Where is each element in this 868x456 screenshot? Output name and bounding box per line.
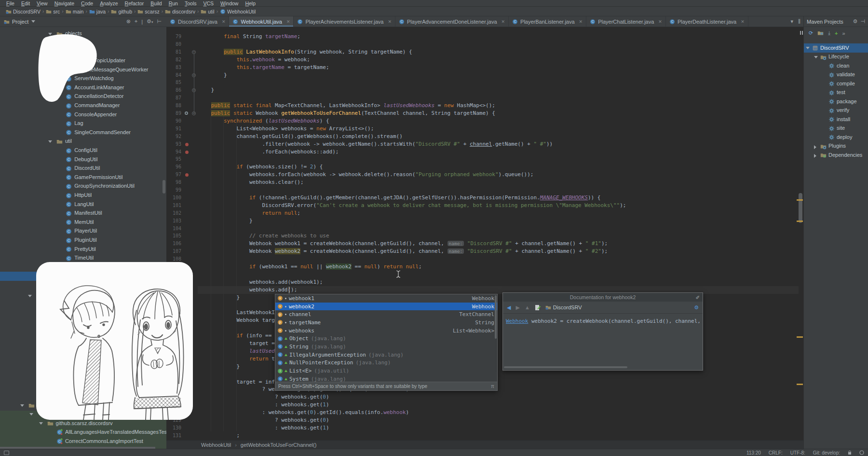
maven-item-install[interactable]: install (804, 115, 868, 124)
breadcrumb-item-webhookutil[interactable]: CWebhookUtil (220, 9, 256, 14)
tree-arrow-icon[interactable] (814, 145, 816, 149)
completion-item-targetName[interactable]: ptargetNameString (275, 318, 497, 327)
indicator-icon[interactable] (859, 450, 864, 455)
tab-close-icon[interactable]: ✕ (286, 19, 290, 24)
gutter-warning-icon[interactable] (185, 151, 189, 154)
tree-item-GamePermissionUtil[interactable]: CGamePermissionUtil (0, 173, 166, 182)
tree-item-ConsoleAppender[interactable]: CConsoleAppender (0, 110, 166, 119)
maven-collapse-icon[interactable] (817, 30, 824, 36)
maven-item-clean[interactable]: clean (804, 61, 868, 70)
tree-item-AllLanguagesHaveTranslatedMessagesTest[interactable]: CAllLanguagesHaveTranslatedMessagesTest (0, 428, 166, 437)
menu-navigate[interactable]: Navigate (51, 0, 78, 6)
tab-PlayerAdvancementDoneListener.java[interactable]: CPlayerAdvancementDoneListener.java✕ (395, 16, 509, 27)
maven-item-validate[interactable]: validate (804, 70, 868, 80)
tree-item-util[interactable]: util (0, 137, 166, 146)
tree-arrow-icon[interactable] (814, 154, 816, 158)
maven-item-verify[interactable]: verify (804, 106, 868, 115)
tree-arrow-icon[interactable] (806, 47, 810, 49)
chevron-down-icon[interactable] (31, 20, 35, 23)
maven-add-icon[interactable]: + (835, 30, 838, 36)
maven-gear-icon[interactable]: ⚙ (853, 18, 858, 25)
completion-item-List<E>[interactable]: IList<E>(java.util) (275, 367, 497, 375)
doc-hscrollbar[interactable] (504, 366, 627, 368)
breadcrumb-item-scarsz[interactable]: scarsz (137, 9, 159, 14)
completion-item-IllegalArgumentException[interactable]: cIllegalArgumentException(java.lang) (275, 351, 497, 359)
pin-icon[interactable]: ✐ (695, 294, 700, 300)
menu-tools[interactable]: Tools (181, 0, 200, 6)
tree-item-DebugUtil[interactable]: CDebugUtil (0, 155, 166, 164)
tab-PlayerChatListener.java[interactable]: CPlayerChatListener.java✕ (586, 16, 666, 27)
tab-PlayerAchievementsListener.java[interactable]: CPlayerAchievementsListener.java✕ (294, 16, 395, 27)
tree-item-ConfigUtil[interactable]: CConfigUtil (0, 146, 166, 155)
project-vscrollbar[interactable] (163, 180, 165, 193)
tree-item-MemUtil[interactable]: CMemUtil (0, 218, 166, 227)
edit-source-icon[interactable] (535, 304, 541, 311)
breadcrumb-item-java[interactable]: java (89, 9, 106, 14)
completion-item-NullPointerException[interactable]: cNullPointerException(java.lang) (275, 359, 497, 367)
hide-icon[interactable]: ⊢ (157, 18, 162, 25)
breadcrumb-item-util[interactable]: util (201, 9, 214, 14)
breadcrumb-class[interactable]: WebhookUtil (201, 442, 231, 448)
tab-close-icon[interactable]: ✕ (388, 19, 392, 24)
doc-gear-icon[interactable]: ⚙ (694, 304, 699, 311)
menu-view[interactable]: View (33, 0, 51, 6)
doc-link[interactable]: Webhook (506, 318, 528, 324)
tree-expand-arrow[interactable] (28, 292, 32, 298)
breadcrumb-item-discordsrv[interactable]: DiscordSRV (6, 9, 41, 14)
toolwindow-toggle-icon[interactable] (4, 451, 9, 455)
breadcrumb-method[interactable]: getWebhookToUseForChannel() (241, 442, 317, 448)
status-Git[interactable]: Git: develop: (813, 450, 840, 456)
tab-close-icon[interactable]: ✕ (222, 19, 226, 24)
tree-item-TimeUtil[interactable]: CTimeUtil (0, 254, 166, 263)
locate-icon[interactable]: ⊗ (126, 18, 131, 25)
menu-analyze[interactable]: Analyze (96, 0, 121, 6)
gutter-warning-icon[interactable] (185, 143, 189, 146)
tree-item-ManifestUtil[interactable]: CManifestUtil (0, 209, 166, 218)
forward-icon[interactable]: ▶ (515, 304, 519, 311)
gutter-warning-icon[interactable] (185, 173, 189, 177)
tab-list-icons[interactable]: ▾⫼ (790, 18, 800, 25)
tab-WebhookUtil.java[interactable]: CWebhookUtil.java✕ (229, 16, 294, 27)
menu-edit[interactable]: Edit (18, 0, 33, 6)
tab-close-icon[interactable]: ✕ (741, 19, 745, 24)
menu-file[interactable]: File (3, 0, 18, 6)
tree-item-PrettyUtil[interactable]: CPrettyUtil (0, 245, 166, 254)
maven-item-site[interactable]: site (804, 124, 868, 133)
back-icon[interactable]: ◀ (507, 304, 511, 311)
maven-item-Dependencies[interactable]: Dependencies (804, 151, 868, 160)
completion-scrollbar[interactable] (495, 295, 497, 339)
method-marker-icon[interactable] (185, 111, 188, 115)
tab-PlayerDeathListener.java[interactable]: CPlayerDeathListener.java✕ (666, 16, 748, 27)
maven-hide-icon[interactable]: ⊣ (860, 18, 865, 25)
breadcrumb-item-discordsrv[interactable]: discordsrv (165, 9, 195, 14)
completion-item-webhook2[interactable]: vwebhook2Webhook (275, 303, 497, 311)
breadcrumb-item-src[interactable]: src (46, 9, 60, 14)
maven-item-DiscordSRV[interactable]: mDiscordSRV (804, 43, 868, 53)
status-CRLF[interactable]: CRLF: (769, 450, 783, 456)
maven-more-icon[interactable]: » (842, 30, 845, 36)
gear-icon[interactable]: ⚙▾ (147, 18, 153, 25)
target-icon[interactable]: ⌖ (135, 18, 137, 25)
tree-item-github.scarsz.discordsrv[interactable]: github.scarsz.discordsrv (0, 419, 166, 428)
maven-tool-window-header[interactable]: Maven Projects ⚙⊣ (803, 16, 868, 27)
tree-item-SingleCommandSender[interactable]: CSingleCommandSender (0, 128, 166, 137)
tree-arrow-icon[interactable] (814, 56, 818, 58)
maven-download-icon[interactable]: ⤓ (828, 30, 830, 36)
tree-item-Lag[interactable]: CLag (0, 119, 166, 128)
tree-item-PluginUtil[interactable]: CPluginUtil (0, 236, 166, 245)
maven-item-Plugins[interactable]: Plugins (804, 142, 868, 151)
breadcrumb-item-main[interactable]: main (66, 9, 84, 14)
tree-item-DiscordUtil[interactable]: CDiscordUtil (0, 164, 166, 173)
tree-collapse-icon[interactable] (48, 140, 52, 143)
completion-item-webhooks[interactable]: vwebhooksList<Webhook> (275, 327, 497, 335)
tree-item-PlayerUtil[interactable]: CPlayerUtil (0, 227, 166, 236)
tree-item-CorrectCommonsLangImportTest[interactable]: CCorrectCommonsLangImportTest (0, 437, 166, 446)
lock-icon[interactable] (848, 450, 852, 455)
completion-item-Object[interactable]: cObject(java.lang) (275, 334, 497, 343)
menu-refactor[interactable]: Refactor (122, 0, 148, 6)
tree-collapse-icon[interactable] (39, 422, 43, 425)
tree-item-HttpUtil[interactable]: CHttpUtil (0, 191, 166, 200)
tab-PlayerBanListener.java[interactable]: CPlayerBanListener.java✕ (509, 16, 586, 27)
tab-close-icon[interactable]: ✕ (658, 19, 662, 24)
tree-collapse-icon[interactable] (20, 404, 24, 407)
